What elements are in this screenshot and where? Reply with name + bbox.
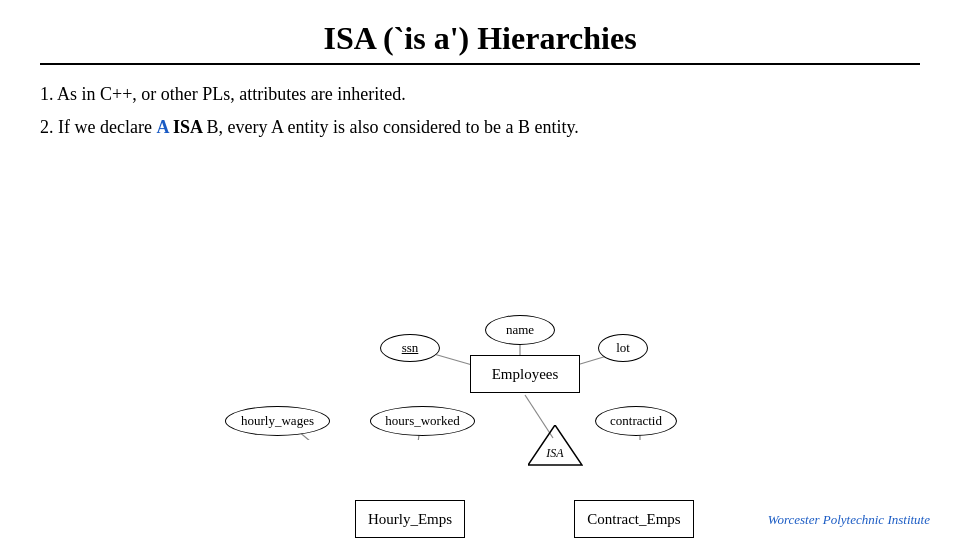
ssn-label: ssn <box>402 340 419 356</box>
point2-isa: ISA <box>168 117 206 137</box>
point-2: 2. If we declare A ISA B, every A entity… <box>40 112 920 143</box>
diagram-svg <box>40 160 920 440</box>
ssn-attribute: ssn <box>380 334 440 362</box>
hourly-wages-label: hourly_wages <box>241 413 314 429</box>
name-attribute: name <box>485 315 555 345</box>
isa-triangle: ISA <box>528 425 583 470</box>
name-label: name <box>506 322 534 338</box>
hours-worked-label: hours_worked <box>385 413 459 429</box>
employees-entity: Employees <box>470 355 580 393</box>
contract-emps-entity: Contract_Emps <box>574 500 694 538</box>
lot-label: lot <box>616 340 630 356</box>
page-title: ISA (`is a') Hierarchies <box>40 20 920 57</box>
lot-attribute: lot <box>598 334 648 362</box>
point2-a: A <box>156 117 168 137</box>
content-points: 1. As in C++, or other PLs, attributes a… <box>40 79 920 142</box>
footer-credit: Worcester Polytechnic Institute <box>768 512 930 528</box>
hourly-wages-attribute: hourly_wages <box>225 406 330 436</box>
diagram: name ssn lot Employees hourly_wages hour… <box>40 160 920 440</box>
title-divider <box>40 63 920 65</box>
contractid-label: contractid <box>610 413 662 429</box>
point2-before: 2. If we declare <box>40 117 156 137</box>
svg-text:ISA: ISA <box>545 446 564 460</box>
hours-worked-attribute: hours_worked <box>370 406 475 436</box>
contract-emps-label: Contract_Emps <box>587 511 680 528</box>
point-1: 1. As in C++, or other PLs, attributes a… <box>40 79 920 110</box>
point2-after: B, every A entity is also considered to … <box>206 117 578 137</box>
hourly-emps-label: Hourly_Emps <box>368 511 452 528</box>
employees-label: Employees <box>492 366 559 383</box>
title-section: ISA (`is a') Hierarchies <box>40 20 920 65</box>
hourly-emps-entity: Hourly_Emps <box>355 500 465 538</box>
contractid-attribute: contractid <box>595 406 677 436</box>
slide: ISA (`is a') Hierarchies 1. As in C++, o… <box>0 0 960 540</box>
